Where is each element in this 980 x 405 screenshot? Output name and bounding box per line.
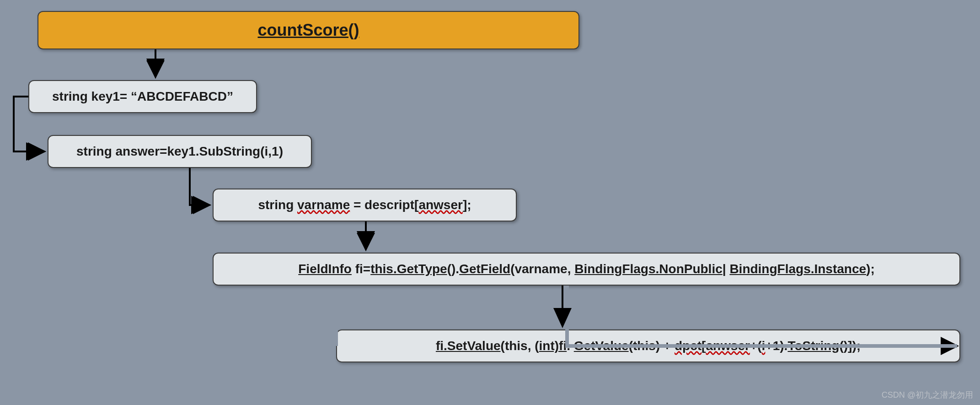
flow-step-5: fi.SetValue(this, (int)fi. GetValue(this…: [336, 329, 960, 362]
s5-l: +1).: [765, 339, 787, 353]
flow-title-node: countScore(): [37, 11, 579, 49]
s5-i: anwser: [706, 339, 750, 353]
s4-g: BindingFlags.NonPublic: [574, 262, 723, 276]
s5-d: .: [567, 339, 574, 353]
s5-g: dpct: [675, 339, 702, 353]
flow-step-3: string varname = descript[anwser];: [213, 189, 517, 221]
s5-h: [: [702, 339, 706, 353]
step2-text: string answer=key1.SubString(i,1): [76, 144, 283, 159]
title-text: countScore(): [257, 21, 359, 40]
s4-i: BindingFlags.Instance: [729, 262, 866, 276]
s4-h: |: [723, 262, 730, 276]
s4-b: fi=: [352, 262, 370, 276]
flow-step-4: FieldInfo fi=this.GetType().GetField(var…: [213, 253, 960, 286]
flow-step-2: string answer=key1.SubString(i,1): [48, 135, 312, 168]
s4-j: );: [866, 262, 875, 276]
s5-a: fi.SetValue: [436, 339, 501, 353]
s3-pre: string: [258, 198, 297, 212]
s5-m: ToString: [787, 339, 839, 353]
s4-d: ().: [447, 262, 459, 276]
step5-text: fi.SetValue(this, (int)fi. GetValue(this…: [436, 339, 861, 353]
s5-j: +(: [750, 339, 762, 353]
s5-c: int)fi: [539, 339, 567, 353]
s3-arg: anwser: [418, 198, 463, 212]
s3-post: ];: [463, 198, 471, 212]
s5-b: (this, (: [501, 339, 539, 353]
step4-text: FieldInfo fi=this.GetType().GetField(var…: [298, 262, 874, 276]
s4-a: FieldInfo: [298, 262, 352, 276]
watermark: CSDN @初九之潜龙勿用: [882, 389, 973, 400]
s4-c: this.GetType: [370, 262, 447, 276]
s3-mid: = descript[: [350, 198, 418, 212]
s4-f: (varname,: [510, 262, 574, 276]
s3-var: varname: [297, 198, 350, 212]
s5-e: GetValue: [574, 339, 629, 353]
s5-n: ()]);: [839, 339, 861, 353]
s4-e: GetField: [459, 262, 510, 276]
flow-step-1: string key1= “ABCDEFABCD”: [28, 80, 257, 113]
s5-f: (this) +: [629, 339, 675, 353]
step3-text: string varname = descript[anwser];: [258, 198, 471, 212]
step1-text: string key1= “ABCDEFABCD”: [52, 89, 233, 104]
